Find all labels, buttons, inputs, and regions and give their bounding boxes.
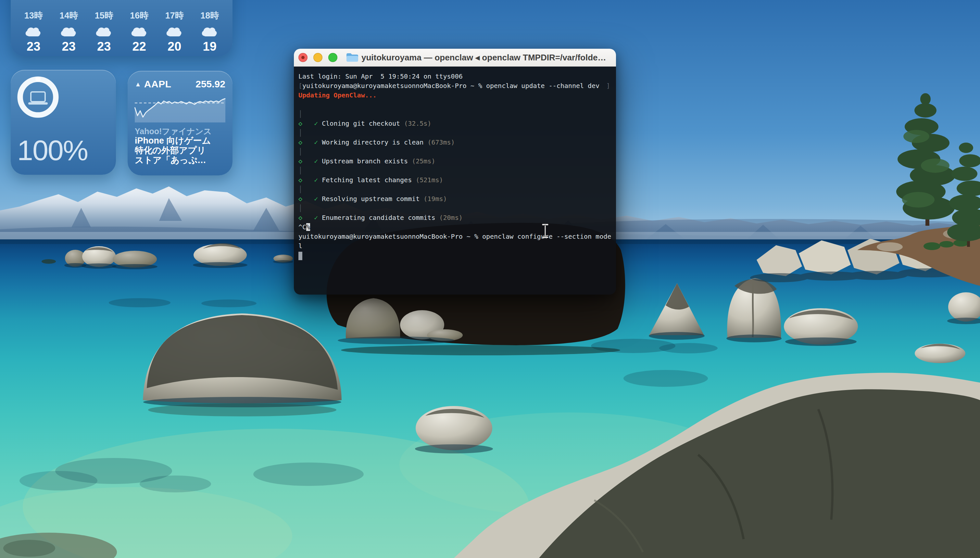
- battery-ring: [16, 75, 60, 119]
- terminal-line: ◇ ✓ Fetching latest changes (521ms): [298, 176, 611, 185]
- terminal-segment: ◇: [298, 157, 302, 165]
- headline-line: ストア「あっぷ…: [135, 155, 211, 165]
- terminal-segment: ✓: [314, 120, 318, 127]
- weather-hour-column: 13時23: [16, 10, 51, 54]
- hour-temperature: 19: [203, 39, 216, 54]
- cloud-icon: [129, 25, 149, 38]
- headline-line: 特化の外部アプリ: [135, 146, 211, 155]
- terminal-segment: [302, 138, 314, 146]
- terminal-segment: [302, 157, 314, 165]
- terminal-line: │: [298, 147, 611, 156]
- weather-hours-row: 13時2314時2315時2316時2217時2018時19: [16, 10, 227, 54]
- terminal-segment: (20ms): [439, 214, 463, 222]
- terminal-segment: [: [298, 82, 302, 90]
- zoom-button[interactable]: [328, 53, 338, 62]
- terminal-segment: Fetching latest changes: [318, 176, 416, 184]
- terminal-segment: │: [298, 204, 302, 212]
- terminal-segment: ◇: [298, 195, 302, 203]
- terminal-segment: [302, 176, 314, 184]
- terminal-segment: [302, 214, 314, 222]
- terminal-line: [298, 100, 611, 110]
- edited-dot-icon: [302, 56, 305, 59]
- terminal-segment: ◇: [298, 214, 302, 222]
- terminal-segment: Resolving upstream commit: [318, 195, 423, 203]
- stock-headline: iPhone 向けゲーム特化の外部アプリストア「あっぷ…: [135, 136, 211, 165]
- terminal-line: ^C%: [298, 223, 611, 232]
- battery-percent: 100%: [17, 134, 88, 167]
- terminal-segment: ✓: [314, 214, 318, 222]
- stock-widget[interactable]: ▲ AAPL 255.92 Yahoo!ファイナンス iPhone 向けゲーム特…: [128, 71, 233, 176]
- terminal-body[interactable]: Last login: Sun Apr 5 19:50:24 on ttys00…: [294, 67, 616, 295]
- terminal-segment: │: [298, 110, 302, 118]
- terminal-segment: ]: [606, 81, 610, 90]
- weather-hour-column: 16時22: [122, 10, 157, 54]
- terminal-line: │: [298, 204, 611, 213]
- terminal-segment: Cloning git checkout: [318, 120, 404, 127]
- terminal-segment: ◇: [298, 120, 302, 127]
- terminal-segment: │: [298, 185, 302, 193]
- terminal-window[interactable]: yuitokuroyama — openclaw ◂ openclaw TMPD…: [294, 49, 616, 295]
- title-area: yuitokuroyama — openclaw ◂ openclaw TMPD…: [294, 53, 616, 63]
- terminal-segment: Enumerating candidate commits: [318, 214, 439, 222]
- weather-hour-column: 18時19: [192, 10, 228, 54]
- terminal-line: │: [298, 110, 611, 119]
- weather-hour-column: 14時23: [51, 10, 87, 54]
- ibeam-cursor: [541, 223, 549, 238]
- terminal-line: │: [298, 128, 611, 138]
- close-button[interactable]: [298, 53, 308, 62]
- minimize-button[interactable]: [313, 53, 323, 62]
- terminal-line: ◇ ✓ Cloning git checkout (32.5s): [298, 119, 611, 128]
- hour-label: 17時: [165, 10, 184, 21]
- terminal-segment: Updating OpenClaw...: [298, 91, 377, 99]
- terminal-segment: ✓: [314, 176, 318, 184]
- terminal-segment: (19ms): [423, 195, 447, 203]
- triangle-up-icon: ▲: [135, 80, 141, 88]
- terminal-line: l: [298, 241, 611, 251]
- hour-label: 18時: [200, 10, 219, 21]
- terminal-segment: l: [298, 242, 302, 250]
- terminal-segment: ◇: [298, 176, 302, 184]
- hour-temperature: 20: [167, 39, 181, 54]
- terminal-segment: ✓: [314, 195, 318, 203]
- terminal-line: │: [298, 166, 611, 176]
- terminal-segment: Last login: Sun Apr 5 19:50:24 on ttys00…: [298, 72, 463, 80]
- terminal-segment: ◇: [298, 138, 302, 146]
- headline-line: iPhone 向けゲーム: [135, 136, 211, 146]
- terminal-line: ◇ ✓ Enumerating candidate commits (20ms): [298, 213, 611, 223]
- hour-label: 14時: [59, 10, 78, 21]
- stock-symbol: AAPL: [144, 79, 172, 90]
- hour-temperature: 23: [62, 39, 75, 54]
- terminal-segment: ✓: [314, 138, 318, 146]
- terminal-segment: (25ms): [412, 157, 435, 165]
- stock-price: 255.92: [195, 79, 225, 90]
- terminal-titlebar[interactable]: yuitokuroyama — openclaw ◂ openclaw TMPD…: [294, 49, 616, 67]
- terminal-segment: %: [306, 223, 310, 231]
- terminal-line: [yuitokuroyama@kuroyamaketsuonnoMacBook-…: [298, 81, 611, 90]
- terminal-line: Updating OpenClaw...: [298, 90, 611, 100]
- terminal-segment: yuitokuroyama@kuroyamaketsuonnoMacBook-P…: [298, 233, 611, 240]
- terminal-segment: Upstream branch exists: [318, 157, 412, 165]
- window-controls: [298, 49, 338, 66]
- terminal-segment: Working directory is clean: [318, 138, 427, 146]
- cloud-icon: [59, 25, 79, 38]
- cloud-icon: [165, 25, 184, 38]
- terminal-segment: │: [298, 148, 302, 156]
- terminal-segment: ✓: [314, 157, 318, 165]
- battery-widget[interactable]: 100%: [11, 70, 116, 175]
- weather-hour-column: 17時20: [157, 10, 192, 54]
- cloud-icon: [94, 25, 114, 38]
- terminal-segment: (521ms): [416, 176, 443, 184]
- stock-header: ▲ AAPL 255.92: [135, 79, 225, 90]
- terminal-line: ◇ ✓ Resolving upstream commit (19ms): [298, 194, 611, 204]
- weather-widget[interactable]: 13時2314時2315時2316時2217時2018時19: [11, 0, 233, 56]
- folder-icon: [346, 53, 358, 62]
- terminal-line: Last login: Sun Apr 5 19:50:24 on ttys00…: [298, 72, 611, 81]
- hour-temperature: 23: [27, 39, 40, 54]
- terminal-line: yuitokuroyama@kuroyamaketsuonnoMacBook-P…: [298, 232, 611, 241]
- stock-source: Yahoo!ファイナンス: [135, 126, 212, 137]
- terminal-line: ◇ ✓ Upstream branch exists (25ms): [298, 156, 611, 166]
- terminal-segment: (32.5s): [404, 120, 431, 127]
- hour-label: 16時: [130, 10, 148, 21]
- window-title: yuitokuroyama — openclaw ◂ openclaw TMPD…: [361, 53, 608, 63]
- hour-temperature: 23: [97, 39, 111, 54]
